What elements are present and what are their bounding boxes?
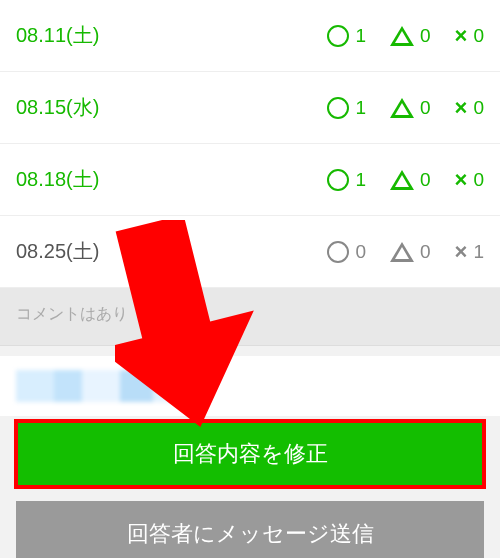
comment-section: コメントはあり <box>0 288 500 346</box>
date-row[interactable]: 08.18(土) 1 0 ×0 <box>0 144 500 216</box>
circle-icon <box>327 25 349 47</box>
count-value: 0 <box>420 241 431 263</box>
count-triangle: 0 <box>390 97 431 119</box>
triangle-icon <box>390 26 414 46</box>
user-info-section <box>0 356 500 416</box>
x-icon: × <box>455 241 468 263</box>
circle-icon <box>327 241 349 263</box>
count-value: 1 <box>355 25 366 47</box>
x-icon: × <box>455 25 468 47</box>
count-triangle: 0 <box>390 25 431 47</box>
triangle-icon <box>390 98 414 118</box>
counts-group: 1 0 ×0 <box>327 97 484 119</box>
count-circle: 1 <box>327 97 366 119</box>
date-label: 08.18(土) <box>16 166 99 193</box>
count-circle: 1 <box>327 25 366 47</box>
date-row[interactable]: 08.15(水) 1 0 ×0 <box>0 72 500 144</box>
date-label: 08.15(水) <box>16 94 99 121</box>
circle-icon <box>327 97 349 119</box>
count-value: 0 <box>473 169 484 191</box>
x-icon: × <box>455 169 468 191</box>
date-list: 08.11(土) 1 0 ×0 08.15(水) 1 0 ×0 08.18(土)… <box>0 0 500 288</box>
count-value: 0 <box>420 25 431 47</box>
count-value: 1 <box>355 97 366 119</box>
count-x: ×0 <box>455 169 484 191</box>
redacted-content <box>16 370 206 402</box>
button-group: 回答内容を修正 回答者にメッセージ送信 <box>0 416 500 558</box>
counts-group: 1 0 ×0 <box>327 25 484 47</box>
triangle-icon <box>390 170 414 190</box>
count-triangle: 0 <box>390 169 431 191</box>
send-message-button[interactable]: 回答者にメッセージ送信 <box>16 501 484 558</box>
counts-group: 1 0 ×0 <box>327 169 484 191</box>
date-label: 08.25(土) <box>16 238 99 265</box>
triangle-icon <box>390 242 414 262</box>
count-value: 0 <box>420 97 431 119</box>
date-row[interactable]: 08.11(土) 1 0 ×0 <box>0 0 500 72</box>
count-value: 1 <box>473 241 484 263</box>
count-value: 0 <box>420 169 431 191</box>
counts-group: 0 0 ×1 <box>327 241 484 263</box>
x-icon: × <box>455 97 468 119</box>
edit-answer-button[interactable]: 回答内容を修正 <box>16 421 484 487</box>
count-circle: 1 <box>327 169 366 191</box>
circle-icon <box>327 169 349 191</box>
count-x: ×0 <box>455 97 484 119</box>
count-x: ×1 <box>455 241 484 263</box>
count-value: 0 <box>473 97 484 119</box>
count-circle: 0 <box>327 241 366 263</box>
count-triangle: 0 <box>390 241 431 263</box>
count-value: 1 <box>355 169 366 191</box>
count-value: 0 <box>355 241 366 263</box>
count-x: ×0 <box>455 25 484 47</box>
comment-placeholder: コメントはあり <box>16 305 128 322</box>
date-row[interactable]: 08.25(土) 0 0 ×1 <box>0 216 500 288</box>
date-label: 08.11(土) <box>16 22 99 49</box>
count-value: 0 <box>473 25 484 47</box>
